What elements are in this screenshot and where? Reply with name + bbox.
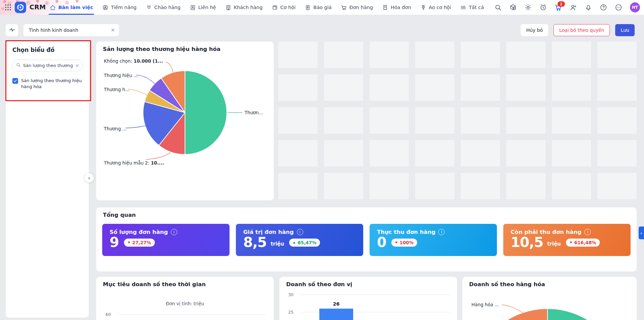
kpi-card: Số lượng đơn hàngi927,27%: [102, 224, 230, 256]
add-user-icon[interactable]: [570, 4, 577, 11]
nav-item-invoices[interactable]: Hóa đơn: [382, 0, 411, 15]
nav-item-leads[interactable]: Tiềm năng: [102, 0, 137, 15]
save-button[interactable]: Lưu: [615, 24, 635, 36]
brand-text: CRM: [29, 3, 46, 11]
wallet-icon: [272, 4, 278, 11]
nav-label: Cơ hội: [280, 5, 296, 10]
info-icon[interactable]: i: [297, 229, 303, 235]
quote-icon: [305, 4, 311, 11]
help-icon[interactable]: [600, 4, 607, 11]
placeholder-tile: [370, 107, 409, 134]
reminder-clock-icon[interactable]: [539, 4, 547, 11]
chart-title: Doanh số theo đơn vị: [286, 281, 352, 287]
placeholder-tile: [506, 140, 545, 167]
nav-item-orders[interactable]: Đơn hàng: [341, 0, 373, 15]
placeholder-tile: [552, 140, 591, 167]
right-panel-expand-button[interactable]: ›: [639, 227, 644, 239]
kpi-row: Số lượng đơn hàngi927,27%Giá trị đơn hàn…: [102, 224, 631, 256]
placeholder-tile: [597, 140, 637, 167]
kpi-delta: 65,47%: [298, 240, 316, 245]
placeholder-tile: [461, 42, 500, 68]
pie-callout: Thương hiệu ...: [104, 73, 138, 78]
close-icon[interactable]: ✕: [111, 27, 115, 33]
kpi-delta: 100%: [400, 240, 414, 245]
remove-by-permission-button[interactable]: Loại bỏ theo quyền: [554, 24, 610, 36]
info-icon[interactable]: i: [584, 229, 591, 235]
placeholder-tile: [597, 42, 637, 68]
bar-sales-unit: [319, 309, 353, 320]
trend-down-icon: [570, 242, 572, 244]
tab-label: Tình hình kinh doanh: [29, 27, 78, 33]
top-bar: CRM Bàn làm việcTiềm năngChào hàngLiên h…: [0, 0, 644, 15]
menu-icon: [460, 4, 466, 11]
sales-by-unit-card: Doanh số theo đơn vị 30 25 26: [279, 277, 457, 320]
placeholder-tile: [324, 140, 363, 167]
pie-callout: Hàng hóa ...: [471, 302, 499, 307]
nav-item-dashboard[interactable]: Bàn làm việc: [50, 0, 93, 15]
cancel-button[interactable]: Hủy bỏ: [521, 24, 548, 36]
product-pie-chart: [462, 277, 637, 320]
overview-title: Tổng quan: [103, 212, 136, 218]
nav-item-customers[interactable]: Khách hàng: [225, 0, 263, 15]
kpi-value: 10,5: [511, 236, 543, 249]
nav-item-all[interactable]: Tất cả: [460, 0, 484, 15]
pie-callout: Không chọn: 10.000 (1...: [104, 58, 163, 64]
kpi-delta-badge: 27,27%: [124, 239, 155, 247]
pie-callout: Thương ...: [104, 126, 127, 131]
placeholder-tile: [324, 74, 363, 101]
settings-gear-icon[interactable]: [524, 4, 532, 11]
unit-note: Đơn vị tính: triệu: [96, 301, 274, 306]
nav-item-offers[interactable]: Chào hàng: [146, 0, 181, 15]
product-search-icon[interactable]: [509, 4, 517, 11]
cart-icon[interactable]: 2: [555, 4, 562, 11]
placeholder-tile: [370, 74, 409, 101]
kpi-delta-badge: 616,48%: [566, 239, 600, 247]
sales-target-card: Mục tiêu doanh số theo thời gian Đơn vị …: [96, 277, 274, 320]
avatar[interactable]: HT: [630, 2, 640, 12]
nav-label: Hóa đơn: [391, 5, 411, 10]
tab-business-situation[interactable]: Tình hình kinh doanh ✕: [23, 24, 119, 36]
search-icon[interactable]: [494, 4, 502, 11]
placeholder-tile: [278, 74, 318, 101]
trend-up-icon: [293, 242, 296, 244]
placeholder-tile: [324, 107, 363, 134]
info-icon[interactable]: i: [171, 229, 177, 235]
placeholder-tile: [506, 173, 545, 199]
kpi-value: 8,5: [243, 236, 267, 249]
activity-pulse-icon: [9, 26, 15, 34]
info-icon[interactable]: i: [438, 229, 445, 235]
nav-item-contacts[interactable]: Liên hệ: [190, 0, 216, 15]
widget-placeholder-grid: [278, 42, 637, 199]
dashboard-activity-button[interactable]: [6, 24, 18, 36]
crm-logo-icon[interactable]: [15, 2, 26, 13]
placeholder-tile: [415, 74, 454, 101]
pie-callout: Thương h...: [104, 87, 129, 92]
nav-item-opportunities[interactable]: Cơ hội: [272, 0, 296, 15]
nav-item-pool[interactable]: Ao cơ hội: [420, 0, 451, 15]
placeholder-tile: [506, 107, 545, 134]
placeholder-tile: [278, 42, 318, 68]
more-icon[interactable]: [615, 4, 622, 11]
sidebar-collapse-button[interactable]: ‹: [84, 173, 94, 183]
sidebar-title: Chọn biểu đồ: [12, 47, 89, 53]
placeholder-tile: [278, 107, 318, 134]
nav-label: Khách hàng: [234, 5, 263, 10]
brand-pie-card: Sản lượng theo thương hiệu hàng hóa Khôn…: [96, 42, 274, 200]
chart-title: Mục tiêu doanh số theo thời gian: [103, 281, 206, 287]
notification-bell-icon[interactable]: [585, 4, 592, 11]
sales-by-product-card: Doanh số theo hàng hóa Hàng hóa ...: [462, 277, 637, 320]
placeholder-tile: [278, 140, 318, 167]
kpi-unit: triệu: [271, 241, 284, 247]
contact-icon: [190, 4, 196, 11]
clear-icon[interactable]: ✕: [75, 63, 79, 68]
chart-search-input[interactable]: Sản lượng theo thương ✕: [12, 60, 83, 71]
search-value: Sản lượng theo thương: [23, 63, 73, 68]
app-grid-icon[interactable]: [4, 4, 12, 11]
placeholder-tile: [552, 74, 591, 101]
chart-option-row[interactable]: Sản lượng theo thương hiệu hàng hóa: [12, 78, 83, 89]
crm-dashboard: CRM Bàn làm việcTiềm năngChào hàngLiên h…: [0, 0, 644, 320]
kpi-card: Còn phải thu đơn hàngi10,5triệu616,48%: [503, 224, 631, 256]
nav-item-quotes[interactable]: Báo giá: [305, 0, 331, 15]
y-tick: 30: [288, 292, 294, 297]
checkbox-checked[interactable]: [12, 78, 18, 84]
